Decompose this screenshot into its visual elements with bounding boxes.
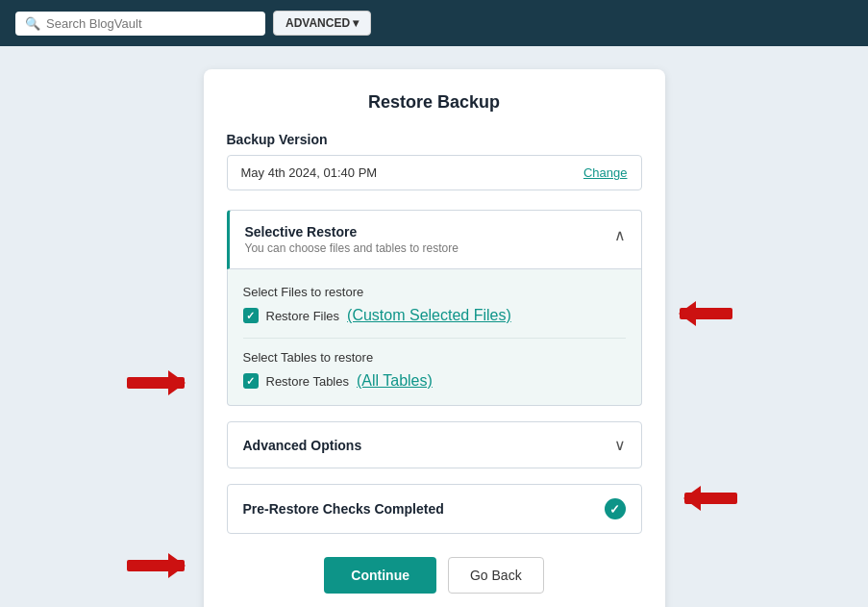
arrow-prerestore	[684, 493, 737, 504]
selective-restore-header[interactable]: Selective Restore You can choose files a…	[227, 210, 642, 269]
chevron-down-icon: ∨	[614, 436, 626, 454]
arrow-tables	[127, 377, 185, 389]
advanced-options-row[interactable]: Advanced Options ∨	[227, 421, 642, 468]
card: Restore Backup Backup Version May 4th 20…	[204, 69, 665, 607]
main-content: Restore Backup Backup Version May 4th 20…	[0, 46, 868, 607]
pre-restore-label: Pre-Restore Checks Completed	[243, 501, 444, 517]
tables-section-label: Select Tables to restore	[243, 350, 626, 365]
card-title: Restore Backup	[227, 92, 642, 113]
backup-version-label: Backup Version	[227, 132, 642, 147]
go-back-button[interactable]: Go Back	[448, 557, 544, 594]
chevron-up-icon: ∧	[614, 226, 626, 244]
files-checkbox-row: Restore Files (Custom Selected Files)	[243, 307, 626, 324]
search-container: 🔍	[15, 12, 265, 36]
backup-version-section: Backup Version May 4th 2024, 01:40 PM Ch…	[227, 132, 642, 190]
continue-button[interactable]: Continue	[324, 557, 436, 594]
selective-restore-subtitle: You can choose files and tables to resto…	[245, 241, 459, 255]
divider	[243, 338, 626, 339]
advanced-options-label: Advanced Options	[243, 438, 362, 453]
arrow-files	[680, 308, 732, 319]
card-wrapper: Restore Backup Backup Version May 4th 20…	[204, 69, 665, 607]
version-box: May 4th 2024, 01:40 PM Change	[227, 155, 642, 190]
pre-restore-check-icon	[605, 498, 626, 519]
search-input[interactable]	[46, 16, 256, 31]
tables-checkbox[interactable]	[243, 373, 259, 389]
search-icon: 🔍	[25, 16, 40, 31]
arrow-continue	[127, 560, 185, 571]
files-checkbox-label: Restore Files	[266, 309, 340, 323]
change-link[interactable]: Change	[583, 165, 628, 180]
tables-checkbox-label: Restore Tables	[266, 374, 349, 389]
navbar: 🔍 ADVANCED ▾	[0, 0, 868, 46]
version-date: May 4th 2024, 01:40 PM	[241, 165, 378, 180]
selective-restore-header-text: Selective Restore You can choose files a…	[245, 224, 459, 255]
tables-checkbox-row: Restore Tables (All Tables)	[243, 372, 626, 390]
custom-files-link[interactable]: (Custom Selected Files)	[347, 307, 511, 324]
all-tables-link[interactable]: (All Tables)	[357, 372, 433, 390]
selective-restore-section: Selective Restore You can choose files a…	[227, 210, 642, 406]
selective-restore-title: Selective Restore	[245, 224, 459, 240]
pre-restore-row: Pre-Restore Checks Completed	[227, 484, 642, 534]
button-row: Continue Go Back	[227, 557, 642, 594]
selective-restore-body: Select Files to restore Restore Files (C…	[227, 269, 642, 406]
advanced-button[interactable]: ADVANCED ▾	[273, 11, 371, 36]
files-checkbox[interactable]	[243, 308, 259, 323]
files-section-label: Select Files to restore	[243, 285, 626, 299]
